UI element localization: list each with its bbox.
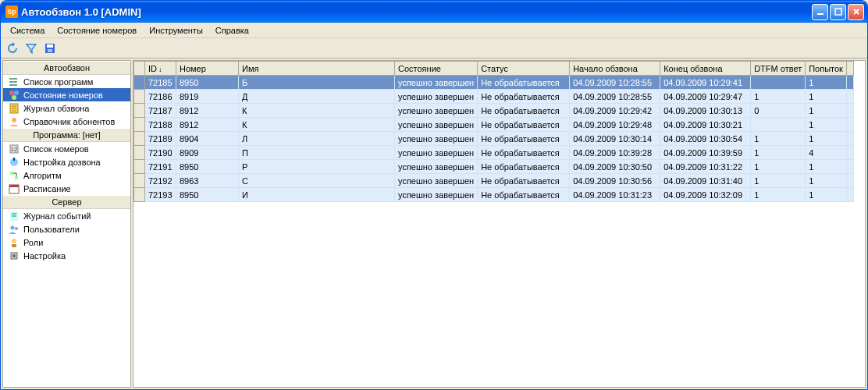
menu-system[interactable]: Система bbox=[4, 24, 51, 37]
table-row[interactable]: 721928963Суспешно завершенНе обрабатывае… bbox=[134, 174, 854, 188]
event-log-icon bbox=[8, 210, 20, 222]
table-row[interactable]: 721908909Пуспешно завершенНе обрабатывае… bbox=[134, 146, 854, 160]
refresh-icon bbox=[6, 42, 19, 55]
row-handle[interactable] bbox=[134, 146, 145, 160]
journal-icon bbox=[8, 102, 20, 115]
sidebar-item-numbers-state[interactable]: Состояние номеров bbox=[3, 88, 130, 101]
sidebar-item-algorithm[interactable]: Алгоритм bbox=[3, 168, 130, 182]
svg-rect-1 bbox=[835, 9, 841, 15]
maximize-button[interactable] bbox=[830, 4, 846, 20]
cell: 1 bbox=[751, 174, 806, 188]
table-row[interactable]: 721938950Иуспешно завершенНе обрабатывае… bbox=[134, 188, 854, 202]
cell: Р bbox=[239, 160, 395, 174]
col-status[interactable]: Статус bbox=[478, 62, 570, 76]
col-number[interactable]: Номер bbox=[176, 62, 239, 76]
sidebar-item-event-log[interactable]: Журнал событий bbox=[3, 209, 130, 222]
cell: 1 bbox=[751, 146, 806, 160]
cell: Не обрабатывается bbox=[478, 90, 570, 104]
cell: Не обрабатывается bbox=[478, 146, 570, 160]
cell: 1 bbox=[806, 188, 847, 202]
cell: 04.09.2009 10:30:56 bbox=[570, 174, 660, 188]
cell: успешно завершен bbox=[395, 104, 478, 118]
row-handle[interactable] bbox=[134, 90, 145, 104]
col-dtfm[interactable]: DTFM ответ bbox=[751, 62, 806, 76]
filter-button[interactable] bbox=[24, 41, 38, 55]
sidebar-item-journal[interactable]: Журнал обзвона bbox=[3, 101, 130, 115]
sidebar-item-list[interactable]: Список программ bbox=[3, 75, 130, 88]
svg-point-9 bbox=[14, 90, 19, 95]
row-handle[interactable] bbox=[134, 118, 145, 132]
col-extra[interactable] bbox=[846, 62, 853, 76]
svg-rect-18 bbox=[15, 176, 18, 179]
cell: успешно завершен bbox=[395, 188, 478, 202]
cell: Не обрабатывается bbox=[478, 118, 570, 132]
col-end[interactable]: Конец обзвона bbox=[660, 62, 751, 76]
row-handle[interactable] bbox=[134, 174, 145, 188]
row-handle[interactable] bbox=[134, 132, 145, 146]
col-start[interactable]: Начало обзвона bbox=[570, 62, 660, 76]
row-handle[interactable] bbox=[134, 104, 145, 118]
col-name[interactable]: Имя bbox=[239, 62, 395, 76]
cell-extra bbox=[846, 132, 853, 146]
col-attempts[interactable]: Попыток bbox=[806, 62, 847, 76]
cell-extra bbox=[846, 146, 853, 160]
minimize-button[interactable] bbox=[812, 4, 828, 20]
grid-panel: ID↓ Номер Имя Состояние Статус Начало об… bbox=[133, 60, 866, 388]
cell: Не обрабатывается bbox=[478, 160, 570, 174]
cell: С bbox=[239, 174, 395, 188]
col-id[interactable]: ID↓ bbox=[145, 62, 176, 76]
svg-text:12: 12 bbox=[11, 146, 18, 153]
table-row[interactable]: 721858950Буспешно завершенНе обрабатывае… bbox=[134, 76, 854, 90]
sidebar-item-label: Пользователи bbox=[23, 225, 80, 234]
svg-rect-7 bbox=[9, 84, 17, 86]
row-handle[interactable] bbox=[134, 188, 145, 202]
svg-rect-5 bbox=[9, 78, 17, 80]
cell: успешно завершен bbox=[395, 174, 478, 188]
titlebar[interactable]: Sp Автообзвон 1.0 [ADMIN] bbox=[1, 1, 867, 23]
sidebar-item-roles[interactable]: Роли bbox=[3, 236, 130, 249]
sidebar-item-contacts[interactable]: Справочник абонентов bbox=[3, 115, 130, 128]
grid-scroll[interactable]: ID↓ Номер Имя Состояние Статус Начало об… bbox=[133, 61, 865, 387]
cell: 04.09.2009 10:39:59 bbox=[660, 146, 751, 160]
menu-tools[interactable]: Инструменты bbox=[143, 24, 209, 37]
menu-help[interactable]: Справка bbox=[209, 24, 255, 37]
cell: 1 bbox=[806, 118, 847, 132]
cell: 04.09.2009 10:32:09 bbox=[660, 188, 751, 202]
table-row[interactable]: 721918950Руспешно завершенНе обрабатывае… bbox=[134, 160, 854, 174]
cell: 0 bbox=[751, 104, 806, 118]
save-button[interactable] bbox=[43, 41, 57, 55]
grid-header-row: ID↓ Номер Имя Состояние Статус Начало об… bbox=[134, 62, 854, 76]
row-handle[interactable] bbox=[134, 76, 145, 90]
row-handle[interactable] bbox=[134, 160, 145, 174]
sidebar-item-users[interactable]: Пользователи bbox=[3, 222, 130, 236]
sidebar-item-label: Алгоритм bbox=[23, 171, 62, 180]
col-state[interactable]: Состояние bbox=[395, 62, 478, 76]
close-button[interactable] bbox=[848, 4, 864, 20]
refresh-button[interactable] bbox=[5, 41, 20, 55]
cell: 1 bbox=[806, 76, 847, 90]
sort-indicator-icon: ↓ bbox=[158, 66, 162, 73]
row-handle-header[interactable] bbox=[134, 62, 145, 76]
cell: 1 bbox=[806, 132, 847, 146]
contacts-icon bbox=[8, 115, 20, 128]
cell: П bbox=[239, 146, 395, 160]
menu-numbers-state[interactable]: Состояние номеров bbox=[51, 24, 143, 37]
sidebar-item-dial-settings[interactable]: Настройка дозвона bbox=[3, 155, 130, 168]
cell: 8904 bbox=[176, 132, 239, 146]
sidebar-item-numbers[interactable]: 12Список номеров bbox=[3, 142, 130, 155]
sidebar-item-schedule[interactable]: Расписание bbox=[3, 182, 130, 195]
cell: 72187 bbox=[145, 104, 176, 118]
cell: 04.09.2009 10:29:41 bbox=[660, 76, 751, 90]
sidebar-item-settings[interactable]: Настройка bbox=[3, 249, 130, 262]
svg-point-12 bbox=[12, 118, 16, 122]
table-row[interactable]: 721878912Куспешно завершенНе обрабатывае… bbox=[134, 104, 854, 118]
dial-settings-icon bbox=[8, 156, 20, 168]
sidebar-item-label: Список программ bbox=[23, 77, 93, 87]
content-area: АвтообзвонСписок программСостояние номер… bbox=[1, 58, 867, 389]
table-row[interactable]: 721888912Куспешно завершенНе обрабатывае… bbox=[134, 118, 854, 132]
table-row[interactable]: 721898904Луспешно завершенНе обрабатывае… bbox=[134, 132, 854, 146]
svg-rect-6 bbox=[9, 81, 17, 83]
table-row[interactable]: 721868919Дуспешно завершенНе обрабатывае… bbox=[134, 90, 854, 104]
cell: успешно завершен bbox=[395, 76, 478, 90]
svg-rect-17 bbox=[10, 172, 13, 175]
